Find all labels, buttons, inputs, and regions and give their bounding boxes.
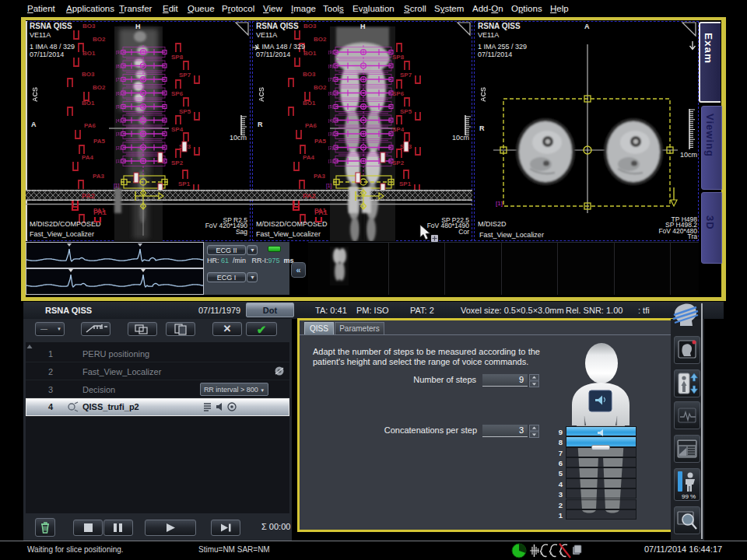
svg-text:PA1: PA1 <box>314 208 328 216</box>
svg-text:[8]: [8] <box>328 64 334 68</box>
svg-text:[4]: [4] <box>116 118 121 123</box>
svg-text:SP7: SP7 <box>400 72 412 79</box>
svg-text:BO3: BO3 <box>82 23 96 30</box>
svg-text:[1]: [1] <box>116 159 121 163</box>
svg-text:BO3: BO3 <box>82 71 95 78</box>
svg-text:[6]: [6] <box>328 91 334 96</box>
svg-text:SP6: SP6 <box>171 90 184 97</box>
svg-text:[3]: [3] <box>116 131 121 136</box>
svg-text:[1]: [1] <box>328 159 334 163</box>
svg-text:[1]: [1] <box>496 200 503 207</box>
svg-text:SP5: SP5 <box>400 108 412 115</box>
svg-text:BO3: BO3 <box>303 23 317 30</box>
svg-text:PA5: PA5 <box>314 138 327 145</box>
svg-text:[5]: [5] <box>328 104 334 109</box>
svg-text:[3]: [3] <box>328 131 334 136</box>
svg-text:BO2: BO2 <box>314 36 327 43</box>
svg-text:BO2: BO2 <box>93 84 106 91</box>
svg-text:SP2: SP2 <box>392 159 405 166</box>
svg-text:BO2: BO2 <box>314 84 327 91</box>
svg-text:SP8: SP8 <box>171 54 184 61</box>
svg-text:BO2: BO2 <box>93 36 106 43</box>
svg-text:BO1: BO1 <box>303 100 316 107</box>
svg-text:[8]: [8] <box>116 64 121 68</box>
svg-text:[4]: [4] <box>328 118 334 123</box>
svg-text:PA3: PA3 <box>314 173 326 180</box>
svg-text:BO1: BO1 <box>82 50 96 57</box>
svg-text:PA4: PA4 <box>303 154 315 161</box>
svg-text:PA5: PA5 <box>93 138 106 145</box>
svg-text:PA4: PA4 <box>82 154 94 161</box>
svg-text:PA6: PA6 <box>84 122 96 129</box>
svg-text:BO1: BO1 <box>303 50 317 57</box>
svg-text:SP5: SP5 <box>179 108 191 115</box>
svg-text:[7]: [7] <box>328 77 334 82</box>
svg-text:SP6: SP6 <box>392 90 405 97</box>
svg-text:[9]: [9] <box>328 50 334 54</box>
svg-text:BO1: BO1 <box>82 100 95 107</box>
svg-text:[2]: [2] <box>328 145 334 150</box>
svg-text:BO3: BO3 <box>303 71 316 78</box>
svg-text:PA6: PA6 <box>305 122 317 129</box>
svg-text:[7]: [7] <box>116 77 121 82</box>
svg-text:[6]: [6] <box>116 91 121 96</box>
svg-text:PA1: PA1 <box>93 208 107 216</box>
svg-text:SP2: SP2 <box>171 159 184 166</box>
svg-text:[9]: [9] <box>116 50 121 54</box>
svg-text:SP4: SP4 <box>392 126 405 133</box>
svg-text:PA2: PA2 <box>82 192 95 200</box>
svg-text:SP4: SP4 <box>171 126 184 133</box>
svg-text:PA3: PA3 <box>93 173 105 180</box>
svg-text:SP8: SP8 <box>392 54 405 61</box>
svg-text:PA2: PA2 <box>303 192 316 200</box>
svg-text:[5]: [5] <box>116 104 121 109</box>
svg-text:99 %: 99 % <box>682 493 696 500</box>
svg-text:SP7: SP7 <box>179 72 191 79</box>
svg-text:[2]: [2] <box>116 145 121 150</box>
